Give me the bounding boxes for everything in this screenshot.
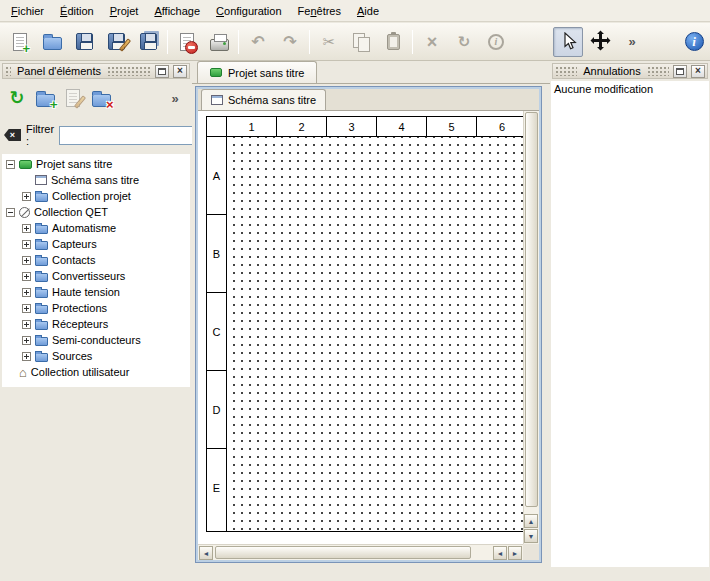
close-icon: × <box>695 66 701 76</box>
menu-item-fenetres[interactable]: Fenêtres <box>290 2 349 20</box>
expander-minus-icon[interactable] <box>6 208 15 217</box>
toolbar-overflow-button[interactable]: » <box>617 27 647 57</box>
tree-item-contacts[interactable]: Contacts <box>2 252 190 268</box>
menu-item-edition[interactable]: Édition <box>52 2 102 20</box>
project-window-icon <box>210 68 222 77</box>
dock-close-button[interactable]: × <box>173 65 187 78</box>
undo-dock-titlebar[interactable]: Annulations × <box>552 63 708 79</box>
undo-button[interactable]: ↶ <box>243 27 273 57</box>
close-icon: × <box>177 66 183 76</box>
scroll-left-button[interactable]: ◄ <box>493 546 507 560</box>
vertical-scroll-thumb[interactable] <box>525 112 538 507</box>
scroll-down-button[interactable]: ▼ <box>524 529 538 543</box>
tab-projet-sans-titre[interactable]: Projet sans titre <box>197 61 317 83</box>
expander-plus-icon[interactable] <box>22 304 31 313</box>
save-button[interactable] <box>69 27 99 57</box>
horizontal-scrollbar[interactable]: ◄ ◄ ► <box>198 544 523 560</box>
tree-item-recepteurs[interactable]: Récepteurs <box>2 316 190 332</box>
tree-item-collection-qet[interactable]: Collection QET <box>2 204 190 220</box>
undo-history-list[interactable]: Aucune modification <box>551 81 709 567</box>
tree-item-haute-tension[interactable]: Haute tension <box>2 284 190 300</box>
expander-plus-icon[interactable] <box>22 320 31 329</box>
delete-collection-button[interactable]: × <box>87 84 115 112</box>
pan-mode-button[interactable] <box>585 27 615 57</box>
undo-empty-message: Aucune modification <box>554 83 653 95</box>
expander-minus-icon[interactable] <box>6 160 15 169</box>
scroll-right-button[interactable]: ► <box>508 546 522 560</box>
menu-item-configuration[interactable]: Configuration <box>208 2 289 20</box>
folder-icon <box>35 273 48 282</box>
vertical-scrollbar[interactable]: ▲ ▼ <box>523 111 539 544</box>
column-header: 1 <box>227 117 277 136</box>
toolbar-separator <box>167 30 168 54</box>
elements-panel-titlebar[interactable]: Panel d'éléments × <box>2 63 190 79</box>
cut-button[interactable]: ✂ <box>314 27 344 57</box>
tree-item-schema-sans-titre[interactable]: Schéma sans titre <box>2 172 190 188</box>
menu-item-aide[interactable]: Aide <box>349 2 387 20</box>
scroll-up-icon: ▲ <box>528 518 535 525</box>
column-header: 3 <box>327 117 377 136</box>
save-as-button[interactable] <box>101 27 131 57</box>
dock-grip[interactable] <box>5 66 11 76</box>
diagram-grid[interactable] <box>227 137 523 531</box>
dock-title: Panel d'éléments <box>15 65 103 77</box>
tree-item-semi-conducteurs[interactable]: Semi-conducteurs <box>2 332 190 348</box>
select-mode-button[interactable] <box>553 27 583 57</box>
scroll-up-button[interactable]: ▲ <box>524 514 538 528</box>
about-button[interactable]: i <box>679 27 709 57</box>
copy-button[interactable] <box>346 27 376 57</box>
expander-plus-icon[interactable] <box>22 288 31 297</box>
dock-grip[interactable] <box>555 66 577 76</box>
rotate-button[interactable]: ↻ <box>449 27 479 57</box>
diagram-sheet[interactable]: 1 2 3 4 5 6 A B C D <box>206 116 523 532</box>
tree-item-collection-utilisateur[interactable]: ⌂ Collection utilisateur <box>2 364 190 380</box>
menu-item-affichage[interactable]: Affichage <box>146 2 208 20</box>
close-project-button[interactable] <box>172 27 202 57</box>
delete-button[interactable]: × <box>417 27 447 57</box>
filter-input[interactable] <box>59 126 209 145</box>
expander-plus-icon[interactable] <box>22 240 31 249</box>
reload-collections-button[interactable]: ↻ <box>3 84 31 112</box>
column-header: 5 <box>427 117 477 136</box>
expander-plus-icon[interactable] <box>22 224 31 233</box>
diagram-viewport[interactable]: 1 2 3 4 5 6 A B C D <box>198 111 523 544</box>
tab-schema-sans-titre[interactable]: Schéma sans titre <box>201 89 326 110</box>
expander-plus-icon[interactable] <box>22 352 31 361</box>
cursor-arrow-icon <box>560 32 577 52</box>
dock-float-button[interactable] <box>673 65 687 78</box>
clear-filter-icon[interactable]: × <box>4 129 21 141</box>
menu-item-projet[interactable]: Projet <box>102 2 147 20</box>
paste-button[interactable] <box>378 27 408 57</box>
expander-plus-icon[interactable] <box>22 272 31 281</box>
row-header: E <box>207 449 226 527</box>
dock-grip[interactable] <box>107 66 151 76</box>
dock-float-button[interactable] <box>155 65 169 78</box>
expander-plus-icon[interactable] <box>22 336 31 345</box>
menu-item-fichier[interactable]: Fichier <box>3 2 52 20</box>
tree-item-protections[interactable]: Protections <box>2 300 190 316</box>
print-button[interactable] <box>204 27 234 57</box>
scroll-left-button[interactable]: ◄ <box>199 546 213 560</box>
folder-icon <box>35 305 48 314</box>
dock-grip[interactable] <box>647 66 669 76</box>
edit-collection-button[interactable] <box>59 84 87 112</box>
redo-button[interactable]: ↷ <box>275 27 305 57</box>
horizontal-scroll-thumb[interactable] <box>215 546 471 559</box>
tree-item-sources[interactable]: Sources <box>2 348 190 364</box>
tree-item-convertisseurs[interactable]: Convertisseurs <box>2 268 190 284</box>
save-all-button[interactable] <box>133 27 163 57</box>
tree-item-projet-sans-titre[interactable]: Projet sans titre <box>2 156 190 172</box>
sheet-body: A B C D E <box>207 137 523 531</box>
tree-item-label: Récepteurs <box>52 318 108 330</box>
panel-overflow-button[interactable]: » <box>161 84 189 112</box>
open-project-button[interactable] <box>37 27 67 57</box>
expander-plus-icon[interactable] <box>22 256 31 265</box>
element-info-button[interactable]: i <box>481 27 511 57</box>
tree-item-automatisme[interactable]: Automatisme <box>2 220 190 236</box>
tree-item-capteurs[interactable]: Capteurs <box>2 236 190 252</box>
expander-plus-icon[interactable] <box>22 192 31 201</box>
dock-close-button[interactable]: × <box>691 65 705 78</box>
tree-item-collection-projet[interactable]: Collection projet <box>2 188 190 204</box>
new-project-button[interactable]: + <box>5 27 35 57</box>
new-collection-button[interactable]: + <box>31 84 59 112</box>
